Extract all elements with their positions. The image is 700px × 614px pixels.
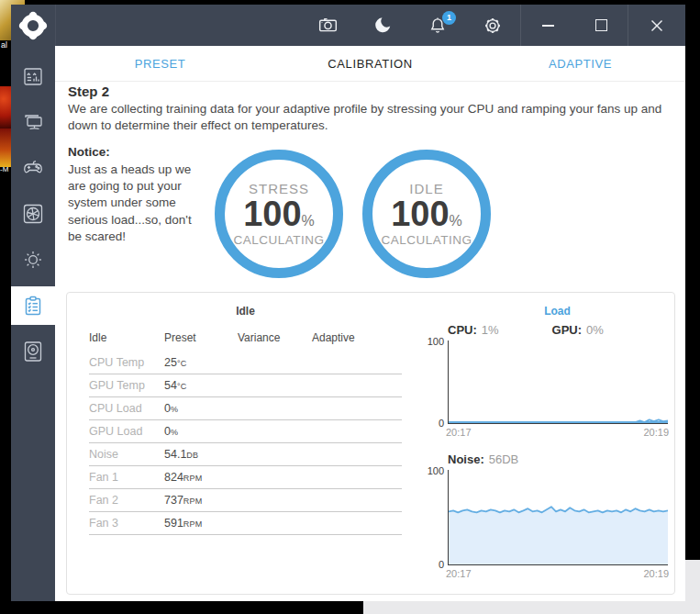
row-label: Fan 2	[89, 494, 164, 507]
device-icon	[21, 340, 45, 363]
row-unit: DB	[186, 451, 198, 460]
table-row: Fan 3591RPM	[89, 512, 402, 535]
tab-calibration[interactable]: CALIBRATION	[265, 46, 475, 81]
row-preset-value: 737RPM	[164, 494, 238, 507]
load-xtick-end: 20:19	[643, 427, 669, 438]
sidebar	[11, 46, 55, 601]
notice-body: Just as a heads up we are going to put y…	[68, 162, 207, 245]
row-unit: °C	[177, 382, 187, 391]
tab-bar: PRESET CALIBRATION ADAPTIVE	[55, 46, 685, 82]
row-preset-value: 0%	[164, 402, 238, 415]
row-preset-value: 824RPM	[164, 471, 238, 484]
row-label: Fan 1	[89, 471, 164, 484]
table-row: Noise54.1DB	[89, 443, 402, 466]
row-label: GPU Load	[89, 425, 164, 438]
legend-gap	[499, 323, 552, 337]
load-xtick-start: 20:17	[446, 427, 472, 438]
gpu-value: 0%	[586, 323, 604, 337]
sidebar-item-devices[interactable]	[11, 329, 55, 374]
minimize-icon	[542, 25, 554, 27]
row-unit: %	[171, 428, 178, 437]
notification-badge: 1	[442, 11, 456, 25]
table-row: CPU Temp25°C	[89, 352, 402, 374]
dark-mode-button[interactable]	[355, 5, 410, 46]
row-label: CPU Temp	[89, 356, 164, 369]
desktop-icon-label-2: -M	[0, 165, 8, 174]
gauge-unit: %	[450, 215, 462, 228]
column-header-adaptive: Adaptive	[312, 331, 402, 344]
moon-icon	[373, 16, 393, 35]
load-chart-xlabels: 20:17 20:19	[446, 427, 669, 438]
idle-gauge: IDLE 100 % CALCULATING	[362, 150, 491, 278]
row-preset-value: 25°C	[164, 356, 238, 369]
main-area: PRESET CALIBRATION ADAPTIVE Step 2 We ar…	[55, 46, 685, 601]
minimize-button[interactable]	[521, 5, 574, 46]
sidebar-item-monitoring[interactable]	[11, 53, 55, 99]
screenshot-button[interactable]	[300, 5, 355, 46]
noise-xtick-start: 20:17	[446, 568, 472, 579]
monitoring-icon	[21, 64, 45, 88]
row-label: GPU Temp	[89, 379, 164, 392]
load-section-title: Load	[448, 305, 667, 318]
idle-table-header: Idle Preset Variance Adaptive	[89, 328, 402, 352]
settings-button[interactable]	[465, 5, 520, 46]
row-preset-value: 54°C	[164, 379, 238, 392]
column-header-preset: Preset	[164, 331, 238, 344]
noise-xtick-end: 20:19	[643, 568, 669, 579]
maximize-button[interactable]	[574, 5, 628, 46]
nzxt-cam-logo-icon	[17, 10, 49, 41]
sidebar-item-games[interactable]	[11, 145, 55, 191]
row-unit: °C	[177, 359, 187, 368]
noise-chart-xlabels: 20:17 20:19	[446, 568, 669, 579]
gear-icon	[483, 16, 503, 36]
noise-value: 56DB	[489, 452, 519, 466]
gauge-value-row: 100 %	[243, 198, 315, 229]
load-ytick-max: 100	[424, 336, 444, 347]
maximize-icon	[595, 19, 607, 31]
tab-preset[interactable]: PRESET	[55, 46, 265, 81]
camera-icon	[317, 15, 339, 36]
sidebar-item-pc-specs[interactable]	[11, 99, 55, 145]
table-row: GPU Load0%	[89, 420, 402, 443]
noise-chart-svg	[449, 470, 668, 564]
app-logo[interactable]	[11, 5, 56, 46]
load-ytick-min: 0	[424, 418, 444, 429]
cpu-value: 1%	[482, 323, 499, 337]
table-row: Fan 1824RPM	[89, 466, 402, 489]
aperture-icon	[21, 202, 45, 226]
notifications-button[interactable]: 1	[410, 5, 465, 46]
gauge-value: 100	[243, 198, 301, 229]
gauge-unit: %	[302, 215, 315, 228]
gpu-label: GPU:	[552, 323, 583, 337]
table-row: Fan 2737RPM	[89, 489, 402, 512]
step-description: We are collecting training data for your…	[68, 101, 688, 133]
load-chart-svg	[449, 340, 668, 423]
stress-gauge: STRESS 100 % CALCULATING	[215, 150, 343, 278]
row-label: CPU Load	[89, 402, 164, 415]
sidebar-item-lighting[interactable]	[11, 237, 55, 283]
gamepad-icon	[21, 156, 45, 180]
gauge-status: CALCULATING	[233, 233, 324, 247]
row-preset-value: 591RPM	[164, 517, 238, 530]
column-header-idle: Idle	[89, 331, 164, 344]
close-button[interactable]	[628, 5, 685, 46]
row-preset-value: 54.1DB	[164, 448, 238, 461]
calibration-content: Step 2 We are collecting training data f…	[55, 81, 685, 601]
gauge-value: 100	[391, 198, 449, 229]
desktop-icon-label: al	[1, 40, 7, 50]
idle-table-body: CPU Temp25°CGPU Temp54°CCPU Load0%GPU Lo…	[89, 352, 402, 535]
sidebar-item-calibration[interactable]	[11, 286, 55, 325]
tab-adaptive[interactable]: ADAPTIVE	[475, 46, 685, 81]
gauge-status: CALCULATING	[381, 233, 472, 247]
noise-chart-plot: 100 0	[448, 470, 668, 565]
pc-specs-icon	[21, 110, 45, 134]
table-row: CPU Load0%	[89, 397, 402, 420]
row-unit: %	[171, 405, 178, 414]
noise-ytick-min: 0	[424, 559, 444, 570]
idle-table: Idle Preset Variance Adaptive CPU Temp25…	[89, 328, 402, 535]
noise-chart-legend: Noise: 56DB	[448, 452, 667, 466]
row-unit: RPM	[183, 474, 203, 483]
sidebar-item-capture[interactable]	[11, 191, 55, 237]
row-preset-value: 0%	[164, 425, 238, 438]
titlebar: 1	[11, 5, 685, 46]
